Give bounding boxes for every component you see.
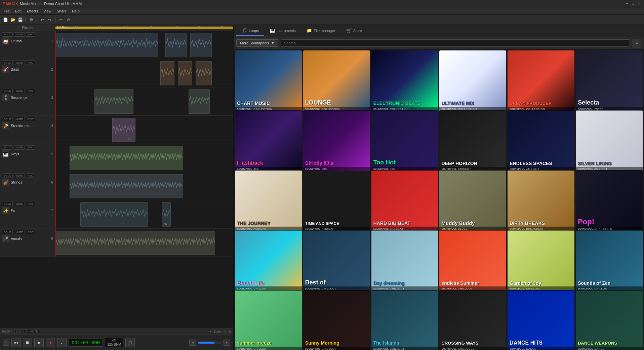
solo-btn-bass[interactable]: SOLO <box>2 61 13 65</box>
clip-keys-1[interactable] <box>70 146 183 170</box>
solo-btn-keys[interactable]: SOLO <box>2 145 13 150</box>
record-btn[interactable]: ● <box>46 338 55 347</box>
solo-btn-fx[interactable]: SOLO <box>2 202 13 206</box>
soundpool-card-theislands[interactable]: The Islands SOUNDPOOL CHILLOUT <box>371 290 438 350</box>
soundpool-card-summerbreeze[interactable]: summer breeze SOUNDPOOL CHILLOUT <box>235 290 302 350</box>
mute-btn-steeldrums[interactable]: MUTE <box>14 117 25 121</box>
soundpool-card-crossingways[interactable]: CROSSING WAYS SOUNDPOOL CROSSOVER <box>439 290 506 350</box>
soundpool-card-danceweapons[interactable]: DANCE WEAPONS SOUNDPOOL DANCE <box>576 290 643 350</box>
clip-drums-2[interactable] <box>165 33 187 57</box>
track-content-bass[interactable] <box>55 59 233 87</box>
minimize-button[interactable]: ─ <box>625 1 629 6</box>
vol-up-btn[interactable]: ► <box>224 340 230 346</box>
rec-btn-vocals[interactable]: REC <box>26 230 35 234</box>
clip-bass-1[interactable] <box>160 61 174 85</box>
maximize-button[interactable]: □ <box>631 1 635 6</box>
toolbar-undo[interactable]: ↩ <box>39 17 46 23</box>
menu-edit[interactable]: Edit <box>13 8 24 14</box>
rec-btn-fx[interactable]: REC <box>26 202 35 206</box>
tab-instruments[interactable]: 🎹 Instruments <box>264 26 301 36</box>
soundpool-card-daydreaming[interactable]: Day dreaming SOUNDPOOL CHILLOUT <box>371 230 438 291</box>
soundpool-card-toohot[interactable]: Too Hot SOUNDPOOL 80s <box>371 110 438 171</box>
tab-filemanager[interactable]: 📁 File manager <box>301 26 340 36</box>
clip-drums-3[interactable] <box>190 33 211 57</box>
soundpool-card-endlesssummer[interactable]: endless Summer SOUNDPOOL CHILLOUT <box>439 230 506 291</box>
rec-btn-steeldrums[interactable]: REC <box>26 117 35 121</box>
soundpool-card-beachlife[interactable]: Beach Life SOUNDPOOL CHILLOUT <box>235 230 302 291</box>
soundpool-card-deephorizon[interactable]: DEEP HORIZON SOUNDPOOL AMBIENT <box>439 110 506 171</box>
mute-btn-bass[interactable]: MUTE <box>14 61 25 65</box>
soundpool-card-urbanproducer[interactable]: URBAN PRODUCER SOUNDPOOL COLLECTION <box>508 50 574 111</box>
soundpool-card-bestof[interactable]: Best of SOUNDPOOL CHILLOUT <box>303 230 370 291</box>
clip-seq-2[interactable] <box>189 89 210 114</box>
solo-btn-strings[interactable]: SOLO <box>2 173 13 178</box>
soundpool-card-silverlining[interactable]: SILVER LINING SOUNDPOOL AMBIENT <box>576 110 643 171</box>
mute-all-btn[interactable]: MUTE <box>28 329 40 334</box>
rec-btn-drums[interactable]: REC <box>26 32 35 37</box>
tab-store[interactable]: 🛒 Store <box>341 26 367 36</box>
mute-btn-strings[interactable]: MUTE <box>14 173 25 178</box>
more-soundpools-dropdown[interactable]: More Soundpools ▼ <box>236 39 278 47</box>
solo-btn-drums[interactable]: SOLO <box>2 32 13 37</box>
search-input[interactable] <box>281 39 630 47</box>
solo-btn-steeldrums[interactable]: SOLO <box>2 117 13 121</box>
toolbar-stop-action[interactable]: ⊘ <box>65 17 72 23</box>
toolbar-open[interactable]: 📂 <box>9 17 16 23</box>
track-content-steeldrums[interactable]: Ch... <box>55 116 233 144</box>
rec-btn-keys[interactable]: REC <box>26 145 35 150</box>
fit-btn[interactable]: ⊡ <box>224 330 226 333</box>
toolbar-redo[interactable]: ↪ <box>46 17 53 23</box>
menu-share[interactable]: Share <box>54 8 69 14</box>
tab-loops[interactable]: 🎵 Loops <box>236 26 264 36</box>
menu-help[interactable]: Help <box>70 8 82 14</box>
solo-btn-sequence[interactable]: SOLO <box>2 89 13 93</box>
menu-file[interactable]: File <box>1 8 12 14</box>
soundpool-card-thejourney[interactable]: THE JOURNEY SOUNDPOOL AMBIENT <box>235 170 302 231</box>
soundpool-card-lounge[interactable]: LOUNGE SOUNDPOOL COLLECTION <box>303 50 370 111</box>
full-btn[interactable]: ⊞ <box>228 330 231 333</box>
vol-down-btn[interactable]: ◄ <box>189 340 196 346</box>
soundpool-card-muddybuddy[interactable]: Muddy Buddy SOUNDPOOL BLUES <box>439 170 506 231</box>
play-btn[interactable]: ▶ <box>34 338 44 347</box>
rec-btn-bass[interactable]: REC <box>26 61 35 65</box>
rec-btn-strings[interactable]: REC <box>26 173 35 178</box>
track-content-vocals[interactable] <box>55 229 233 257</box>
soundpool-card-dirtybreaks[interactable]: DIRTY BREAKS SOUNDPOOL BREAKBEAT <box>508 170 574 231</box>
track-content-strings[interactable] <box>55 172 233 200</box>
clip-fx-1[interactable] <box>80 202 148 227</box>
tune-btn[interactable]: 🎵 <box>125 338 135 347</box>
mute-btn-sequence[interactable]: MUTE <box>14 89 25 93</box>
soundpool-card-sunnymorning[interactable]: Sunny Morning SOUNDPOOL CHILLOUT <box>303 290 370 350</box>
rewind-btn[interactable]: ⏮ <box>11 338 21 347</box>
toolbar-cut[interactable]: ✂ <box>57 17 64 23</box>
track-content-sequence[interactable] <box>55 87 233 115</box>
soundpool-card-selecta[interactable]: Selecta SOUNDPOOL 2STEP <box>576 50 643 111</box>
clip-vocals-1[interactable] <box>55 231 215 255</box>
soundpool-card-flashback[interactable]: Flashback SOUNDPOOL 80s <box>235 110 302 171</box>
toolbar-new[interactable]: 📄 <box>2 17 9 23</box>
loop-btn[interactable]: ↻ <box>3 340 9 346</box>
clip-steeldrums-1[interactable]: Ch... <box>112 118 135 142</box>
solo-btn-vocals[interactable]: SOLO <box>2 230 13 234</box>
clip-bass-3[interactable] <box>196 61 212 85</box>
mute-btn-vocals[interactable]: MUTE <box>14 230 25 234</box>
soundpool-card-ultimatemix[interactable]: ULTIMATE MIX SOUNDPOOL COLLECTION <box>439 50 506 111</box>
clip-fx-2[interactable]: Ch... <box>162 202 171 227</box>
soundpool-card-endlessspaces[interactable]: ENDLESS SPACES SOUNDPOOL AMBIENT <box>508 110 574 171</box>
stop-btn[interactable]: ⏹ <box>23 338 32 347</box>
toolbar-save[interactable]: 💾 <box>17 17 24 23</box>
soundpool-card-strictly80s[interactable]: Strictly 80's SOUNDPOOL 80s <box>303 110 370 171</box>
soundpool-card-soundsofzen[interactable]: Sounds of Zen SOUNDPOOL CHILLOUT <box>576 230 643 291</box>
solo-all-btn[interactable]: SOLO <box>14 329 26 334</box>
mute-btn-keys[interactable]: MUTE <box>14 145 25 150</box>
scroll-left-btn[interactable]: ◄ <box>209 330 212 333</box>
metronome-btn[interactable]: ♩ <box>57 338 67 347</box>
close-button[interactable]: ✕ <box>637 1 641 6</box>
track-content-drums[interactable] <box>55 31 233 59</box>
clip-seq-1[interactable] <box>94 89 133 114</box>
menu-effects[interactable]: Effects <box>25 8 40 14</box>
soundpool-card-dancehits[interactable]: DANCE HITS SOUNDPOOL DANCE <box>508 290 574 350</box>
track-content-fx[interactable]: Ch... <box>55 200 233 228</box>
toolbar-settings[interactable]: ⚙ <box>28 17 35 23</box>
track-content-keys[interactable] <box>55 144 233 172</box>
